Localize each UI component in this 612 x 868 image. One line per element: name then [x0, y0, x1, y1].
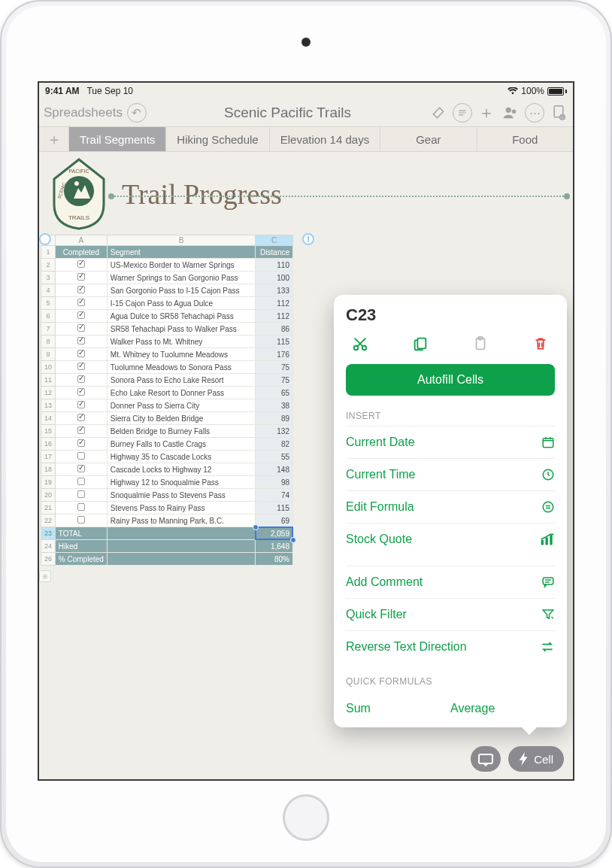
equals-icon	[538, 500, 555, 514]
sheet-canvas[interactable]: PACIFIC SCENIC TRAILS Trail Progress ABC…	[39, 152, 573, 779]
wifi-icon	[507, 87, 518, 95]
spreadsheet-table[interactable]: ABC1CompletedSegmentDistance2US-Mexico B…	[41, 235, 293, 566]
summary-row[interactable]: 26% Completed80%	[41, 553, 293, 566]
table-row[interactable]: 15Belden Bridge to Burney Falls132	[41, 425, 293, 438]
table-row[interactable]: 8Walker Pass to Mt. Whitney115	[41, 335, 293, 348]
checkbox[interactable]	[77, 311, 85, 319]
svg-point-1	[512, 109, 517, 114]
insert-button[interactable]: ＋	[477, 103, 496, 123]
svg-rect-12	[417, 338, 426, 349]
tab-trail-segments[interactable]: Trail Segments	[69, 127, 166, 151]
reverse-text-direction[interactable]: Reverse Text Direction	[346, 630, 555, 663]
checkbox[interactable]	[77, 350, 85, 357]
add-sheet-button[interactable]: ＋	[39, 127, 69, 151]
selection-handle-bottom[interactable]	[290, 537, 296, 543]
table-row[interactable]: 11Sonora Pass to Echo Lake Resort75	[41, 374, 293, 387]
undo-button[interactable]: ↶	[127, 103, 147, 123]
svg-rect-20	[550, 535, 552, 545]
column-header[interactable]: C	[256, 235, 293, 246]
insert-current-date[interactable]: Current Date	[346, 426, 555, 458]
table-row[interactable]: 2US-Mexico Border to Warner Springs110	[41, 259, 293, 272]
paste-button[interactable]	[471, 334, 490, 354]
table-row[interactable]: 18Cascade Locks to Highway 12148	[41, 463, 293, 476]
table-row[interactable]: 16Burney Falls to Castle Crags82	[41, 438, 293, 451]
checkbox[interactable]	[77, 388, 85, 396]
svg-text:PACIFIC: PACIFIC	[68, 168, 89, 174]
selection-handle-top[interactable]	[253, 524, 259, 530]
table-row[interactable]: 10Tuolumne Meadows to Sonora Pass75	[41, 361, 293, 374]
checkbox[interactable]	[77, 324, 85, 332]
autofill-button[interactable]: Autofill Cells	[346, 364, 555, 396]
add-comment[interactable]: Add Comment	[346, 566, 555, 598]
delete-button[interactable]	[531, 334, 550, 354]
checkbox[interactable]	[77, 299, 85, 306]
checkbox[interactable]	[77, 426, 85, 434]
back-button[interactable]: Spreadsheets	[44, 105, 123, 120]
tab-gear[interactable]: Gear	[380, 127, 477, 151]
checkbox[interactable]	[77, 478, 85, 485]
page-heading: Trail Progress	[122, 178, 282, 211]
summary-row[interactable]: 24Hiked1,648	[41, 540, 293, 553]
quick-formula-average[interactable]: Average	[450, 702, 555, 715]
insert-current-time[interactable]: Current Time	[346, 458, 555, 490]
checkbox[interactable]	[77, 452, 85, 460]
tab-food[interactable]: Food	[477, 127, 573, 151]
checkbox[interactable]	[77, 375, 85, 383]
table-row[interactable]: 21Stevens Pass to Rainy Pass115	[41, 502, 293, 514]
checkbox[interactable]	[77, 337, 85, 344]
formula-row-button[interactable]: ≡	[39, 570, 51, 582]
copy-button[interactable]	[411, 334, 430, 354]
battery-icon	[547, 87, 567, 96]
table-row[interactable]: 14Sierra City to Belden Bridge89	[41, 412, 293, 425]
checkbox[interactable]	[77, 503, 85, 511]
tab-elevation[interactable]: Elevation 14 days	[270, 127, 380, 151]
keyboard-button[interactable]	[471, 746, 501, 772]
document-title[interactable]: Scenic Pacific Trails	[224, 105, 351, 121]
lightning-icon	[519, 752, 529, 766]
checkbox[interactable]	[77, 414, 85, 421]
comment-button[interactable]	[453, 103, 472, 123]
column-header[interactable]: B	[107, 235, 255, 246]
table-row[interactable]: 6Agua Dulce to SR58 Tehachapi Pass112	[41, 310, 293, 323]
table-row[interactable]: 19Highway 12 to Snoqualmie Pass98	[41, 476, 293, 489]
collaborate-button[interactable]	[501, 103, 520, 123]
checkbox[interactable]	[77, 286, 85, 293]
table-row[interactable]: 4San Gorgonio Pass to I-15 Cajon Pass133	[41, 284, 293, 297]
stock-chart-icon	[538, 533, 555, 545]
table-row[interactable]: 20Snoqualmie Pass to Stevens Pass74	[41, 489, 293, 502]
filter-icon	[538, 608, 555, 621]
quick-formula-sum[interactable]: Sum	[346, 702, 450, 715]
quick-filter[interactable]: Quick Filter	[346, 598, 555, 630]
insert-section-label: INSERT	[346, 411, 555, 421]
document-settings-button[interactable]	[549, 103, 568, 123]
checkbox[interactable]	[77, 516, 85, 524]
table-row[interactable]: 17Highway 35 to Cascade Locks55	[41, 451, 293, 463]
svg-point-17	[543, 502, 553, 512]
edit-formula[interactable]: Edit Formula	[346, 490, 555, 523]
stock-quote[interactable]: Stock Quote	[346, 523, 555, 555]
table-row[interactable]: 3Warner Springs to San Gorgonio Pass100	[41, 272, 293, 284]
format-brush-icon[interactable]	[429, 103, 448, 123]
checkbox[interactable]	[77, 273, 85, 281]
table-row[interactable]: 12Echo Lake Resort to Donner Pass65	[41, 387, 293, 399]
checkbox[interactable]	[77, 490, 85, 498]
table-row[interactable]: 9Mt. Whitney to Tuolumne Meadows176	[41, 348, 293, 361]
more-button[interactable]: ⋯	[525, 103, 544, 123]
table-row[interactable]: 13Donner Pass to Sierra City38	[41, 399, 293, 412]
checkbox[interactable]	[77, 465, 85, 472]
column-header[interactable]: A	[55, 235, 107, 246]
table-column-handle[interactable]	[302, 233, 314, 245]
text-direction-icon	[538, 641, 555, 653]
home-button[interactable]	[283, 794, 329, 841]
table-row[interactable]: 5I-15 Cajon Pass to Agua Dulce112	[41, 297, 293, 310]
table-corner-handle[interactable]	[39, 233, 51, 245]
checkbox[interactable]	[77, 363, 85, 370]
checkbox[interactable]	[77, 401, 85, 408]
checkbox[interactable]	[77, 439, 85, 447]
table-row[interactable]: 7SR58 Tehachapi Pass to Walker Pass86	[41, 323, 293, 335]
calendar-icon	[538, 436, 555, 449]
checkbox[interactable]	[77, 260, 85, 268]
cell-mode-button[interactable]: Cell	[508, 746, 564, 772]
tab-hiking-schedule[interactable]: Hiking Schedule	[166, 127, 269, 151]
cut-button[interactable]	[350, 334, 370, 354]
